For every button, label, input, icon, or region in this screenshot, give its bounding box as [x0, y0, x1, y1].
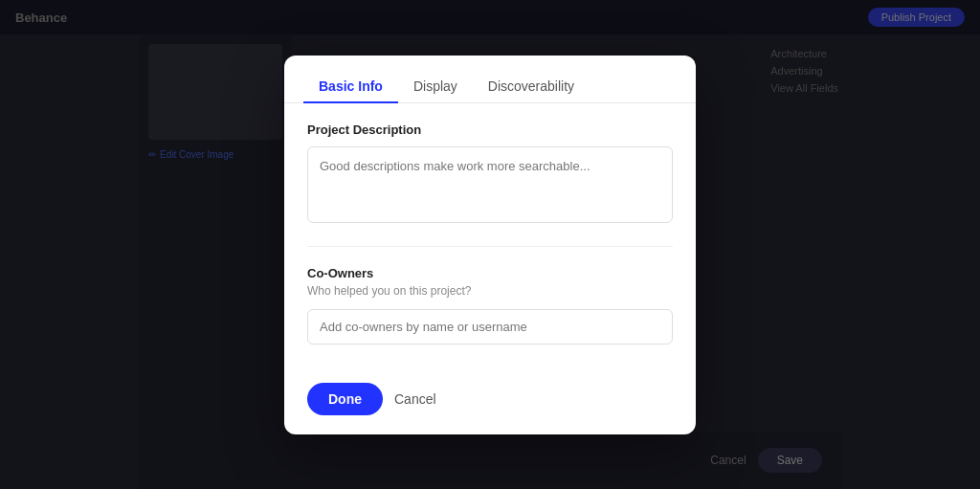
- modal-dialog: Basic Info Display Discoverability Proje…: [284, 56, 696, 434]
- done-button[interactable]: Done: [307, 383, 383, 415]
- project-description-input[interactable]: [307, 146, 673, 223]
- modal-footer: Done Cancel: [284, 367, 696, 434]
- tab-display[interactable]: Display: [398, 71, 473, 103]
- modal-tab-bar: Basic Info Display Discoverability: [284, 56, 696, 103]
- modal-body: Project Description Co-Owners Who helped…: [284, 103, 696, 367]
- project-description-label: Project Description: [307, 122, 673, 137]
- tab-basic-info[interactable]: Basic Info: [303, 71, 398, 103]
- co-owners-subtitle: Who helped you on this project?: [307, 284, 673, 298]
- co-owners-title: Co-Owners: [307, 266, 673, 280]
- co-owners-input[interactable]: [307, 309, 673, 345]
- section-divider: [307, 246, 673, 247]
- cancel-button[interactable]: Cancel: [394, 391, 436, 407]
- tab-discoverability[interactable]: Discoverability: [473, 71, 590, 103]
